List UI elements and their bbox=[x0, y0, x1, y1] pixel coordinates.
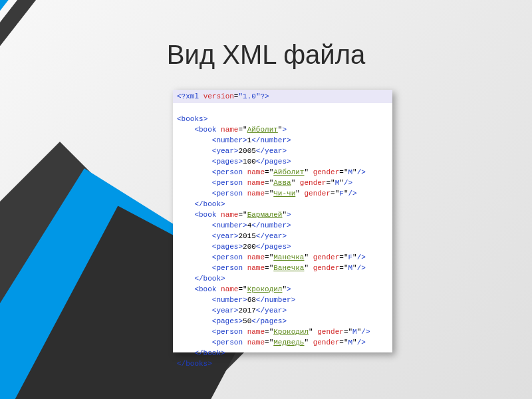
xml-decl: xml bbox=[186, 92, 199, 100]
slide-title: Вид XML файла bbox=[0, 40, 532, 70]
xml-code-block: <?xml version="1.0"?> <books> <book name… bbox=[173, 90, 392, 352]
slide: Вид XML файла <?xml version="1.0"?> <boo… bbox=[0, 0, 532, 399]
